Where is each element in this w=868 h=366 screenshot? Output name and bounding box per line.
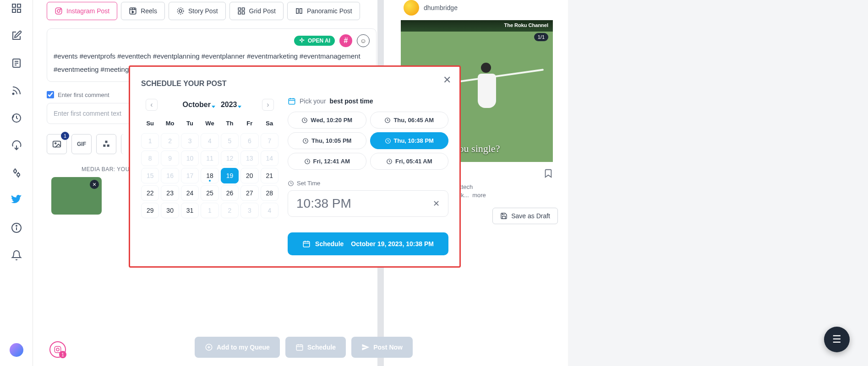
cal-day[interactable]: 24: [181, 185, 199, 201]
user-avatar[interactable]: [10, 343, 23, 357]
cal-day[interactable]: 1: [201, 203, 218, 218]
cal-day[interactable]: 1: [141, 133, 159, 149]
emoji-button[interactable]: ☺: [357, 34, 370, 47]
post-now-button[interactable]: Post Now: [351, 337, 413, 358]
compose-icon[interactable]: [10, 29, 23, 42]
cal-day[interactable]: 29: [141, 203, 159, 218]
cal-day[interactable]: 10: [181, 151, 199, 166]
post-type-tabs: Instagram Post Reels Story Post Grid Pos…: [47, 2, 377, 20]
cal-day[interactable]: 3: [181, 133, 199, 149]
cal-next[interactable]: ›: [262, 99, 274, 111]
first-comment-checkbox[interactable]: [47, 91, 54, 98]
info-icon[interactable]: [10, 221, 23, 234]
cal-day[interactable]: 22: [141, 185, 159, 201]
button-date: October 19, 2023, 10:38 PM: [351, 240, 434, 248]
cal-day[interactable]: 12: [221, 151, 239, 166]
time-chip[interactable]: Wed, 10:20 PM: [288, 112, 366, 129]
cal-day[interactable]: 23: [161, 185, 179, 201]
cal-day[interactable]: 8: [141, 151, 159, 166]
cal-day[interactable]: 13: [240, 151, 258, 166]
story-icon: [176, 7, 185, 15]
more-link[interactable]: more: [472, 192, 486, 199]
preview-user: dhumbridge: [401, 0, 559, 20]
thumbnail-remove[interactable]: ×: [90, 180, 99, 189]
cal-month[interactable]: October: [183, 101, 211, 109]
upload-button[interactable]: [96, 134, 116, 154]
upload-icon: [102, 140, 111, 149]
menu-fab[interactable]: ☰: [824, 327, 850, 352]
cal-day[interactable]: 11: [201, 151, 218, 166]
cal-day[interactable]: 16: [161, 168, 179, 183]
time-chip[interactable]: Fri, 12:41 AM: [288, 153, 366, 170]
cal-day[interactable]: 20: [240, 168, 258, 183]
hashtag-button[interactable]: #: [339, 34, 352, 47]
cal-day[interactable]: 7: [261, 133, 278, 149]
bell-icon[interactable]: [10, 249, 23, 262]
cal-day[interactable]: 19: [221, 168, 239, 183]
cal-day[interactable]: 6: [240, 133, 258, 149]
instagram-account-chip[interactable]: 1: [49, 341, 66, 358]
modal-title: SCHEDULE YOUR POST: [141, 80, 448, 88]
tab-instagram-post[interactable]: Instagram Post: [47, 2, 117, 20]
time-chip[interactable]: Thu, 10:38 PM: [370, 132, 449, 149]
pick-best-time: Pick your best post time: [288, 97, 448, 105]
save-draft-button[interactable]: Save as Draft: [492, 208, 558, 224]
cal-dow: We: [201, 117, 218, 131]
automation-icon[interactable]: [10, 112, 23, 124]
cal-day[interactable]: 31: [181, 203, 199, 218]
dashboard-icon[interactable]: [10, 2, 23, 15]
tab-grid-post[interactable]: Grid Post: [229, 2, 284, 20]
cal-day[interactable]: 28: [261, 185, 278, 201]
cal-day[interactable]: 27: [240, 185, 258, 201]
cal-day[interactable]: 2: [161, 133, 179, 149]
cal-day[interactable]: 26: [221, 185, 239, 201]
image-button[interactable]: 1: [47, 134, 67, 154]
rss-icon[interactable]: [10, 84, 23, 97]
cal-day[interactable]: 3: [240, 203, 258, 218]
cal-day[interactable]: 15: [141, 168, 159, 183]
cal-day[interactable]: 18: [201, 168, 218, 183]
time-chip[interactable]: Fri, 05:41 AM: [370, 153, 449, 170]
cal-year[interactable]: 2023: [221, 101, 237, 109]
cal-day[interactable]: 5: [221, 133, 239, 149]
add-to-queue-button[interactable]: Add to my Queue: [195, 337, 280, 358]
confirm-schedule-button[interactable]: Schedule October 19, 2023, 10:38 PM: [288, 232, 448, 255]
cal-day[interactable]: 30: [161, 203, 179, 218]
clear-time-icon[interactable]: ✕: [433, 199, 440, 209]
settings-icon[interactable]: [10, 167, 23, 179]
cal-day[interactable]: 4: [201, 133, 218, 149]
cal-day[interactable]: 4: [261, 203, 278, 218]
svg-rect-26: [300, 9, 302, 14]
download-icon[interactable]: [10, 139, 23, 152]
openai-badge[interactable]: OPEN AI: [294, 36, 335, 46]
schedule-button[interactable]: Schedule: [285, 337, 346, 358]
panoramic-icon: [295, 7, 303, 15]
cal-day[interactable]: 25: [201, 185, 218, 201]
button-label: Schedule: [315, 240, 344, 248]
time-chip[interactable]: Thu, 06:45 AM: [370, 112, 449, 129]
svg-point-10: [14, 170, 16, 172]
tab-reels[interactable]: Reels: [121, 2, 165, 20]
cal-day[interactable]: 2: [221, 203, 239, 218]
cal-day[interactable]: 21: [261, 168, 278, 183]
svg-rect-3: [17, 9, 21, 12]
svg-point-20: [179, 10, 182, 12]
tab-story-post[interactable]: Story Post: [169, 2, 226, 20]
content-icon[interactable]: [10, 57, 23, 70]
close-icon[interactable]: ✕: [443, 74, 451, 86]
media-thumbnail[interactable]: ×: [51, 177, 102, 215]
cal-day[interactable]: 17: [181, 168, 199, 183]
twitter-icon[interactable]: [10, 194, 23, 207]
cal-day[interactable]: 9: [161, 151, 179, 166]
tab-panoramic-post[interactable]: Panoramic Post: [287, 2, 360, 20]
bookmark-icon[interactable]: [543, 168, 553, 178]
gif-button[interactable]: GIF: [71, 134, 92, 154]
gif-label: GIF: [77, 141, 86, 147]
svg-rect-36: [289, 99, 295, 104]
calendar-icon: [295, 343, 304, 351]
cal-day[interactable]: 14: [261, 151, 278, 166]
cal-prev[interactable]: ‹: [146, 99, 158, 111]
svg-rect-21: [238, 8, 240, 10]
time-input[interactable]: 10:38 PM ✕: [288, 190, 448, 217]
time-chip[interactable]: Thu, 10:05 PM: [288, 132, 366, 149]
